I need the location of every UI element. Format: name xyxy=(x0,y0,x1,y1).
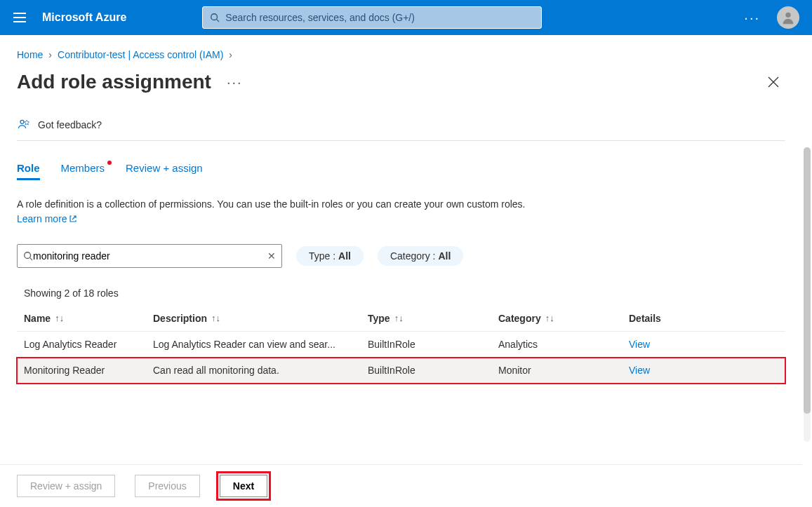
next-button[interactable]: Next xyxy=(220,475,267,497)
tab-role[interactable]: Role xyxy=(17,162,40,180)
tab-members[interactable]: Members xyxy=(61,162,105,180)
chevron-right-icon: › xyxy=(229,49,232,60)
cell-type: BuiltInRole xyxy=(368,339,498,350)
review-assign-button[interactable]: Review + assign xyxy=(17,475,115,497)
chevron-right-icon: › xyxy=(48,49,52,60)
tabs: Role Members Review + assign xyxy=(17,162,785,180)
divider xyxy=(17,140,785,141)
col-type-label: Type xyxy=(368,313,390,324)
col-description[interactable]: Description↑↓ xyxy=(153,313,368,324)
feedback-label: Got feedback? xyxy=(38,119,102,130)
sort-icon: ↑↓ xyxy=(211,313,220,323)
col-category[interactable]: Category↑↓ xyxy=(498,313,629,324)
cell-category: Monitor xyxy=(498,365,629,376)
global-search[interactable] xyxy=(202,6,542,29)
svg-line-10 xyxy=(30,257,33,260)
cell-description: Can read all monitoring data. xyxy=(153,365,368,376)
search-icon xyxy=(210,13,220,22)
previous-button[interactable]: Previous xyxy=(135,475,199,497)
feedback-icon xyxy=(17,118,31,132)
filter-row: ✕ Type : All Category : All xyxy=(17,244,785,268)
bottom-bar: Review + assign Previous Next xyxy=(0,464,802,507)
cell-description: Log Analytics Reader can view and sear..… xyxy=(153,339,368,350)
category-filter-value: All xyxy=(438,250,451,262)
clear-search-button[interactable]: ✕ xyxy=(267,250,276,262)
role-search[interactable]: ✕ xyxy=(17,244,282,268)
search-icon xyxy=(23,251,33,261)
roles-table: Name↑↓ Description↑↓ Type↑↓ Category↑↓ D… xyxy=(17,306,785,384)
feedback-link[interactable]: Got feedback? xyxy=(17,118,785,132)
tab-members-label: Members xyxy=(61,162,105,174)
topbar: Microsoft Azure ··· xyxy=(0,0,812,35)
svg-line-4 xyxy=(217,20,220,22)
close-button[interactable] xyxy=(761,70,785,94)
learn-more-label: Learn more xyxy=(17,213,67,224)
cell-name: Log Analytics Reader xyxy=(24,339,153,350)
person-icon xyxy=(780,10,796,25)
table-row[interactable]: Log Analytics Reader Log Analytics Reade… xyxy=(17,332,785,358)
menu-button[interactable] xyxy=(6,4,34,32)
view-link[interactable]: View xyxy=(629,365,650,376)
svg-point-9 xyxy=(25,252,31,259)
table-row-selected[interactable]: Monitoring Reader Can read all monitorin… xyxy=(17,358,785,384)
breadcrumb: Home › Contributor-test | Access control… xyxy=(17,49,785,60)
type-filter-value: All xyxy=(338,250,351,262)
sort-icon: ↑↓ xyxy=(545,313,554,323)
view-link[interactable]: View xyxy=(629,339,650,350)
svg-point-8 xyxy=(20,120,24,123)
sort-icon: ↑↓ xyxy=(394,313,404,323)
title-more-button[interactable]: ··· xyxy=(227,74,243,90)
category-filter-label: Category : xyxy=(390,250,438,262)
tab-review-assign[interactable]: Review + assign xyxy=(126,162,203,180)
titlebar: Add role assignment ··· xyxy=(17,70,785,94)
sort-icon: ↑↓ xyxy=(55,313,64,323)
col-name[interactable]: Name↑↓ xyxy=(24,313,153,324)
type-filter-pill[interactable]: Type : All xyxy=(296,246,364,266)
global-search-input[interactable] xyxy=(225,12,534,23)
cell-name: Monitoring Reader xyxy=(24,365,153,376)
attention-dot-icon xyxy=(107,161,112,165)
col-details: Details xyxy=(629,313,741,324)
col-category-label: Category xyxy=(498,313,541,324)
user-avatar[interactable] xyxy=(777,6,799,29)
brand-label[interactable]: Microsoft Azure xyxy=(34,11,139,24)
col-name-label: Name xyxy=(24,313,51,324)
svg-point-3 xyxy=(211,14,218,20)
type-filter-label: Type : xyxy=(309,250,338,262)
table-header: Name↑↓ Description↑↓ Type↑↓ Category↑↓ D… xyxy=(17,306,785,332)
category-filter-pill[interactable]: Category : All xyxy=(378,246,463,266)
external-link-icon xyxy=(69,212,77,227)
role-description: A role definition is a collection of per… xyxy=(17,197,550,227)
cell-type: BuiltInRole xyxy=(368,365,498,376)
cell-category: Analytics xyxy=(498,339,629,350)
col-description-label: Description xyxy=(153,313,207,324)
role-description-text: A role definition is a collection of per… xyxy=(17,198,526,210)
col-details-label: Details xyxy=(629,313,661,324)
topbar-more-button[interactable]: ··· xyxy=(734,10,770,26)
results-count: Showing 2 of 18 roles xyxy=(24,288,785,299)
content-area: Home › Contributor-test | Access control… xyxy=(0,35,802,507)
hamburger-icon xyxy=(13,13,26,22)
learn-more-link[interactable]: Learn more xyxy=(17,213,77,224)
svg-point-5 xyxy=(785,13,790,18)
scrollbar-track[interactable] xyxy=(804,147,811,442)
role-search-input[interactable] xyxy=(33,250,267,262)
close-icon xyxy=(768,76,779,88)
breadcrumb-item[interactable]: Contributor-test | Access control (IAM) xyxy=(58,49,223,60)
global-search-wrap xyxy=(202,6,542,29)
breadcrumb-home[interactable]: Home xyxy=(17,49,43,60)
col-type[interactable]: Type↑↓ xyxy=(368,313,498,324)
scrollbar-thumb[interactable] xyxy=(804,147,811,414)
page-title: Add role assignment xyxy=(17,71,211,93)
